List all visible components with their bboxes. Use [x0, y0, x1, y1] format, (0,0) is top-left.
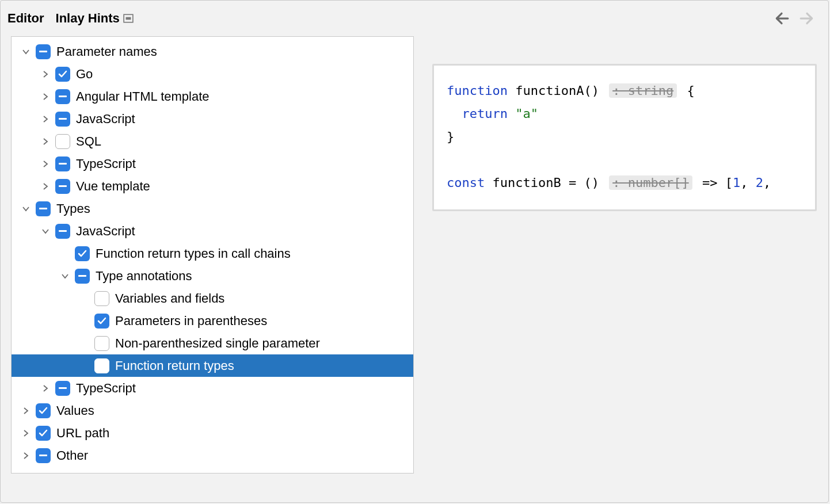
chevron-down-icon[interactable]	[38, 224, 53, 238]
number: 2	[756, 175, 763, 190]
checkbox[interactable]	[94, 358, 109, 373]
tree-item-label: Values	[56, 403, 94, 418]
tree-item-label: Parameters in parentheses	[115, 314, 267, 329]
nav-back-icon[interactable]	[774, 12, 789, 25]
tree-row[interactable]: Variables and fields	[12, 287, 413, 310]
tree-row[interactable]: JavaScript	[12, 108, 413, 130]
tree-row[interactable]: Non-parenthesized single parameter	[12, 332, 413, 354]
chevron-right-icon[interactable]	[38, 180, 53, 193]
bracket-open: [	[725, 175, 733, 190]
tree-row[interactable]: Types	[12, 197, 413, 220]
tree-row[interactable]: SQL	[12, 130, 413, 152]
equals: =	[569, 175, 584, 190]
tree-row[interactable]: TypeScript	[12, 152, 413, 175]
arrow: =>	[702, 175, 725, 190]
collapse-icon[interactable]	[123, 14, 134, 23]
checkbox[interactable]	[36, 403, 51, 418]
checkbox[interactable]	[94, 291, 109, 306]
tree-row[interactable]: Parameter names	[12, 40, 413, 63]
string-literal: "a"	[515, 106, 538, 121]
tree-item-label: Parameter names	[56, 44, 157, 59]
checkbox[interactable]	[55, 179, 70, 194]
chevron-right-icon[interactable]	[38, 157, 53, 171]
chevron-right-icon[interactable]	[18, 426, 33, 440]
tree-item-label: Other	[56, 448, 88, 463]
code-line: function functionA() : string {	[447, 79, 802, 102]
tree-item-label: TypeScript	[76, 156, 136, 171]
checkbox[interactable]	[75, 246, 90, 261]
brace-close: }	[447, 129, 454, 144]
settings-tree: Parameter namesGoAngular HTML templateJa…	[11, 36, 414, 474]
tree-row[interactable]: JavaScript	[12, 220, 413, 242]
chevron-down-icon[interactable]	[18, 202, 33, 216]
tree-item-label: Type annotations	[96, 269, 192, 284]
function-name: functionA	[515, 83, 584, 98]
tree-item-label: JavaScript	[76, 224, 135, 239]
code-line	[447, 148, 802, 171]
checkbox[interactable]	[36, 426, 51, 441]
breadcrumb-item-inlay-hints[interactable]: Inlay Hints	[56, 11, 120, 26]
tree-row[interactable]: URL path	[12, 422, 413, 444]
tree-row[interactable]: Parameters in parentheses	[12, 310, 413, 332]
chevron-right-icon[interactable]	[38, 112, 53, 126]
code-line: }	[447, 125, 802, 148]
tree-item-label: Function return types	[115, 358, 234, 373]
tree-row[interactable]: Type annotations	[12, 265, 413, 287]
tree-item-label: Variables and fields	[115, 291, 224, 306]
code-line: return "a"	[447, 102, 802, 125]
parens: ()	[584, 83, 599, 98]
comma: ,	[763, 175, 771, 190]
keyword: function	[447, 83, 508, 98]
checkbox[interactable]	[55, 112, 70, 127]
tree-item-label: URL path	[56, 426, 109, 441]
checkbox[interactable]	[55, 156, 70, 171]
checkbox[interactable]	[94, 314, 109, 329]
checkbox[interactable]	[36, 44, 51, 59]
chevron-right-icon[interactable]	[38, 90, 53, 104]
checkbox[interactable]	[75, 269, 90, 284]
tree-item-label: Function return types in call chains	[96, 246, 291, 261]
tree-row[interactable]: Go	[12, 63, 413, 85]
tree-item-label: Go	[76, 67, 93, 82]
chevron-right-icon[interactable]	[18, 449, 33, 463]
svg-rect-1	[125, 17, 131, 20]
tree-row[interactable]: Values	[12, 399, 413, 422]
breadcrumb-item-editor[interactable]: Editor	[7, 11, 44, 26]
chevron-right-icon[interactable]	[38, 381, 53, 395]
parens: ()	[584, 175, 599, 190]
checkbox[interactable]	[55, 89, 70, 104]
checkbox[interactable]	[55, 381, 70, 396]
code-preview: function functionA() : string { return "…	[432, 64, 817, 211]
nav-forward-icon[interactable]	[799, 12, 814, 25]
tree-row[interactable]: Function return types	[12, 354, 413, 377]
chevron-right-icon[interactable]	[18, 404, 33, 418]
const-name: functionB	[492, 175, 561, 190]
tree-row[interactable]: Other	[12, 444, 413, 467]
tree-item-label: Vue template	[76, 179, 150, 194]
brace-open: {	[687, 83, 694, 98]
tree-item-label: TypeScript	[76, 381, 136, 396]
inlay-hint: : number[]	[609, 175, 692, 190]
tree-row[interactable]: Vue template	[12, 175, 413, 197]
breadcrumb-bar: Editor Inlay Hints	[1, 1, 828, 36]
number: 1	[733, 175, 740, 190]
keyword: return	[462, 106, 508, 121]
inlay-hint: : string	[609, 83, 677, 98]
tree-row[interactable]: TypeScript	[12, 377, 413, 399]
chevron-down-icon[interactable]	[18, 45, 33, 59]
checkbox[interactable]	[36, 201, 51, 216]
checkbox[interactable]	[36, 448, 51, 463]
checkbox[interactable]	[55, 67, 70, 82]
chevron-right-icon[interactable]	[38, 135, 53, 148]
checkbox[interactable]	[94, 336, 109, 351]
chevron-down-icon[interactable]	[58, 269, 73, 283]
comma: ,	[740, 175, 748, 190]
tree-item-label: Non-parenthesized single parameter	[115, 336, 320, 351]
checkbox[interactable]	[55, 134, 70, 149]
code-line: const functionB = () : number[] => [1, 2…	[447, 171, 802, 194]
tree-row[interactable]: Function return types in call chains	[12, 242, 413, 265]
tree-row[interactable]: Angular HTML template	[12, 85, 413, 108]
tree-item-label: JavaScript	[76, 112, 135, 127]
chevron-right-icon[interactable]	[38, 67, 53, 81]
checkbox[interactable]	[55, 224, 70, 239]
